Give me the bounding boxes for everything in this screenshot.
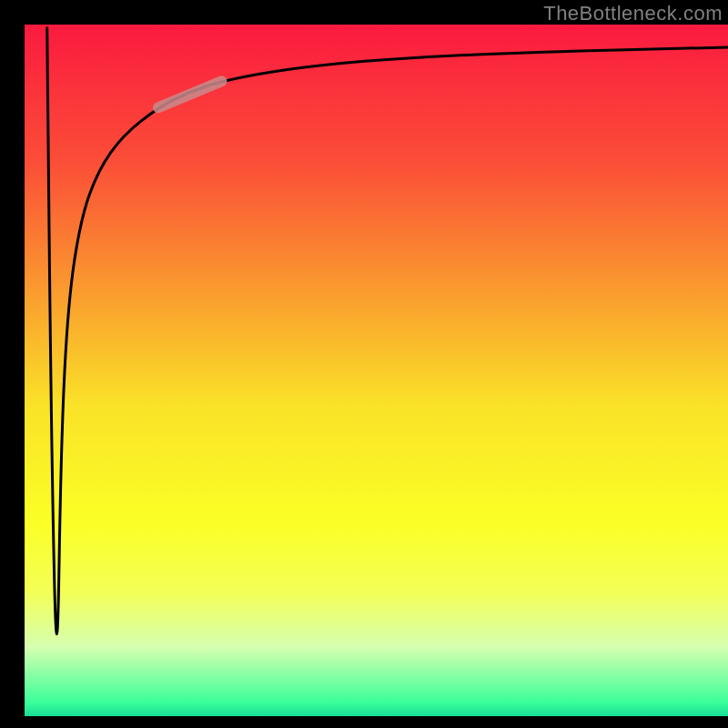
chart-svg [0, 0, 728, 728]
plot-area [25, 25, 728, 716]
chart-frame: TheBottleneck.com [0, 0, 728, 728]
watermark-text: TheBottleneck.com [543, 2, 723, 25]
